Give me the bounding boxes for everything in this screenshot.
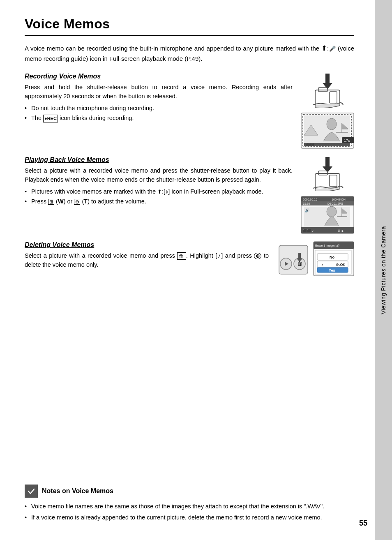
section-playing: Playing Back Voice Memos Select a pictur… — [25, 156, 354, 234]
section-playing-body: Select a picture with a recorded voice m… — [25, 166, 293, 185]
page-number: 55 — [359, 519, 367, 528]
notes-checkmark-box — [25, 485, 38, 498]
svg-text:⊕:OK: ⊕:OK — [336, 263, 346, 267]
svg-text:⊞:1: ⊞:1 — [338, 229, 344, 233]
svg-marker-16 — [323, 157, 332, 173]
svg-marker-0 — [323, 74, 332, 89]
intro-paragraph: A voice memo can be recorded using the b… — [25, 43, 354, 64]
svg-text:100NIKON: 100NIKON — [332, 198, 346, 201]
playing-illustrations: 2006.05.15 100NIKON 15:30 DSC01.JPG — [301, 156, 354, 234]
recording-illustrations: 17s ⬛⬛⬛ — [301, 73, 354, 149]
svg-text:♪: ♪ — [321, 263, 323, 267]
bullet-item: Press ⊞ (W) or ⊖ (T) to adjust the volum… — [25, 197, 293, 206]
deleting-screen-illustration: Erase 1 image (s)? No ♪ ⊕:OK Yes — [313, 241, 354, 276]
section-recording-heading: Recording Voice Memos — [25, 73, 293, 80]
svg-rect-19 — [330, 175, 337, 187]
notes-section: Notes on Voice Memos Voice memo file nam… — [25, 472, 354, 524]
svg-text:Yes: Yes — [329, 268, 335, 272]
right-sidebar: Viewing Pictures on the Camera — [375, 0, 392, 540]
notes-bullets: Voice memo file names are the same as th… — [25, 502, 354, 522]
main-content: Voice Memos A voice memo can be recorded… — [0, 0, 375, 540]
section-recording-body: Press and hold the shutter-release butto… — [25, 83, 293, 101]
svg-text:2006.05.15: 2006.05.15 — [303, 198, 317, 201]
section-playing-heading: Playing Back Voice Memos — [25, 156, 293, 164]
notes-bullet-item: If a voice memo is already appended to t… — [25, 513, 354, 522]
svg-point-28 — [327, 206, 337, 217]
svg-text:15:30: 15:30 — [303, 202, 310, 205]
svg-text:⬛⬛⬛: ⬛⬛⬛ — [306, 143, 315, 147]
page: Voice Memos A voice memo can be recorded… — [0, 0, 392, 540]
playing-screen-illustration: 2006.05.15 100NIKON 15:30 DSC01.JPG — [301, 196, 354, 234]
bullet-item: The ●REC icon blinks during recording. — [25, 113, 293, 122]
svg-text:17s: 17s — [344, 138, 350, 143]
section-playing-text: Playing Back Voice Memos Select a pictur… — [25, 156, 293, 207]
recording-screen-illustration: 17s ⬛⬛⬛ — [301, 113, 354, 149]
section-deleting-body: Select a picture with a recorded voice m… — [25, 251, 269, 270]
bullet-item: Do not touch the microphone during recor… — [25, 104, 293, 113]
section-playing-bullets: Pictures with voice memos are marked wit… — [25, 187, 293, 206]
notes-title: Notes on Voice Memos — [42, 487, 113, 495]
section-deleting: Deleting Voice Memos Select a picture wi… — [25, 241, 354, 276]
recording-camera-illustration — [303, 73, 352, 108]
svg-text:DSC01.JPG: DSC01.JPG — [327, 202, 343, 205]
checkmark-icon — [27, 487, 35, 495]
svg-text:🔊: 🔊 — [305, 208, 310, 213]
page-title: Voice Memos — [25, 16, 354, 32]
svg-rect-3 — [330, 92, 337, 103]
section-recording-bullets: Do not touch the microphone during recor… — [25, 104, 293, 123]
deleting-illustrations: 🗑 Erase 1 image (s)? — [277, 241, 354, 276]
notes-bullet-item: Voice memo file names are the same as th… — [25, 502, 354, 511]
section-recording: Recording Voice Memos Press and hold the… — [25, 73, 354, 149]
section-deleting-text: Deleting Voice Memos Select a picture wi… — [25, 241, 269, 272]
playing-camera-illustration — [303, 156, 352, 191]
section-deleting-heading: Deleting Voice Memos — [25, 241, 269, 249]
section-recording-text: Recording Voice Memos Press and hold the… — [25, 73, 293, 124]
notes-header: Notes on Voice Memos — [25, 485, 354, 498]
svg-text:⬛⬛  ♪: ⬛⬛ ♪ — [303, 228, 314, 233]
bullet-item: Pictures with voice memos are marked wit… — [25, 187, 293, 196]
content-spacer — [25, 284, 354, 472]
title-divider — [25, 35, 354, 36]
deleting-illus-pair: 🗑 Erase 1 image (s)? — [277, 241, 354, 276]
deleting-buttons-illustration: 🗑 — [277, 241, 310, 276]
svg-text:Erase 1 image (s)?: Erase 1 image (s)? — [315, 244, 339, 247]
svg-point-7 — [327, 118, 337, 130]
svg-text:No: No — [330, 255, 334, 259]
sidebar-label: Viewing Pictures on the Camera — [380, 226, 387, 314]
